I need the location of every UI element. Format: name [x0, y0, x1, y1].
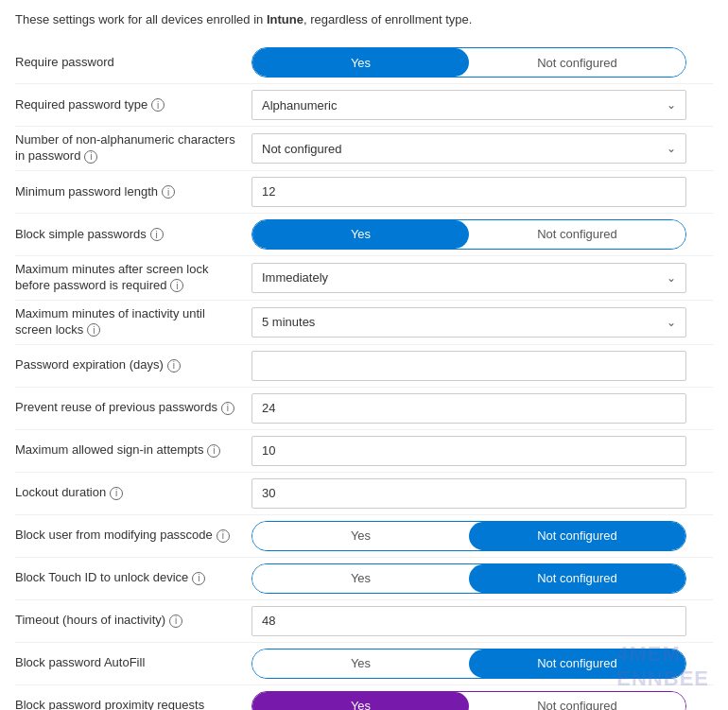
label-prevent-reuse: Prevent reuse of previous passwordsi [15, 400, 251, 416]
chevron-down-icon-max-minutes-after-lock: ⌄ [667, 271, 676, 285]
toggle-option-block-touch-id-1[interactable]: Not configured [469, 564, 685, 593]
toggle-option-block-proximity-1[interactable]: Not configured [469, 692, 685, 710]
row-block-touch-id: Block Touch ID to unlock deviceiYesNot c… [15, 558, 713, 600]
label-password-expiration: Password expiration (days)i [15, 357, 251, 373]
control-block-autofill: YesNot configured [251, 649, 713, 679]
label-min-password-length: Minimum password lengthi [15, 184, 251, 200]
info-icon-block-modify-passcode[interactable]: i [217, 529, 230, 543]
input-password-expiration[interactable] [251, 351, 686, 381]
info-icon-lockout-duration[interactable]: i [110, 487, 123, 500]
label-block-simple-passwords: Block simple passwordsi [15, 227, 251, 243]
row-timeout-inactivity: Timeout (hours of inactivity)i [15, 600, 713, 643]
dropdown-required-password-type[interactable]: Alphanumeric⌄ [251, 90, 686, 120]
settings-container: These settings work for all devices enro… [0, 0, 728, 710]
toggle-option-block-autofill-0[interactable]: Yes [252, 649, 469, 678]
info-icon-non-alphanumeric-chars[interactable]: i [84, 150, 97, 164]
row-non-alphanumeric-chars: Number of non-alphanumeric characters in… [15, 127, 713, 171]
row-block-modify-passcode: Block user from modifying passcodeiYesNo… [15, 515, 713, 558]
dropdown-non-alphanumeric-chars[interactable]: Not configured⌄ [251, 133, 686, 164]
control-max-sign-in-attempts [251, 436, 713, 466]
label-block-touch-id: Block Touch ID to unlock devicei [15, 570, 251, 586]
chevron-down-icon-non-alphanumeric-chars: ⌄ [667, 142, 676, 155]
dropdown-max-minutes-after-lock[interactable]: Immediately⌄ [251, 263, 686, 293]
control-max-minutes-inactivity: 5 minutes⌄ [251, 307, 713, 338]
header-note: These settings work for all devices enro… [15, 11, 713, 28]
toggle-option-block-autofill-1[interactable]: Not configured [469, 649, 685, 678]
dropdown-max-minutes-inactivity[interactable]: 5 minutes⌄ [251, 307, 686, 338]
toggle-option-block-simple-passwords-0[interactable]: Yes [252, 220, 469, 249]
info-icon-block-simple-passwords[interactable]: i [150, 228, 164, 241]
toggle-option-require-password-1[interactable]: Not configured [469, 48, 685, 77]
row-password-expiration: Password expiration (days)i [15, 345, 713, 388]
input-prevent-reuse[interactable] [251, 393, 686, 424]
row-max-minutes-after-lock: Maximum minutes after screen lock before… [15, 256, 713, 301]
label-max-sign-in-attempts: Maximum allowed sign-in attemptsi [15, 442, 251, 459]
toggle-block-modify-passcode[interactable]: YesNot configured [251, 521, 686, 551]
toggle-block-simple-passwords[interactable]: YesNot configured [251, 219, 686, 250]
control-required-password-type: Alphanumeric⌄ [251, 90, 713, 120]
input-timeout-inactivity[interactable] [251, 606, 686, 636]
control-block-proximity: YesNot configured [251, 691, 713, 710]
dropdown-value-max-minutes-inactivity: 5 minutes [262, 315, 315, 329]
row-lockout-duration: Lockout durationi [15, 473, 713, 515]
label-require-password: Require password [15, 55, 251, 71]
row-block-simple-passwords: Block simple passwordsiYesNot configured [15, 214, 713, 256]
control-block-simple-passwords: YesNot configured [251, 219, 713, 250]
row-block-proximity: Block password proximity requestsYesNot … [15, 685, 713, 710]
info-icon-password-expiration[interactable]: i [167, 359, 181, 372]
label-max-minutes-after-lock: Maximum minutes after screen lock before… [15, 262, 251, 294]
dropdown-value-required-password-type: Alphanumeric [262, 98, 338, 113]
row-require-password: Require passwordYesNot configured [15, 42, 713, 84]
label-non-alphanumeric-chars: Number of non-alphanumeric characters in… [15, 132, 251, 165]
control-password-expiration [251, 351, 713, 381]
toggle-option-require-password-0[interactable]: Yes [252, 48, 469, 77]
control-lockout-duration [251, 478, 713, 509]
chevron-down-icon-required-password-type: ⌄ [667, 98, 676, 112]
dropdown-value-non-alphanumeric-chars: Not configured [262, 142, 342, 156]
row-block-autofill: Block password AutoFillYesNot configured [15, 643, 713, 685]
info-icon-min-password-length[interactable]: i [162, 185, 175, 199]
row-max-minutes-inactivity: Maximum minutes of inactivity until scre… [15, 301, 713, 345]
label-block-autofill: Block password AutoFill [15, 655, 251, 671]
row-required-password-type: Required password typeiAlphanumeric⌄ [15, 84, 713, 127]
label-lockout-duration: Lockout durationi [15, 485, 251, 501]
control-block-modify-passcode: YesNot configured [251, 521, 713, 551]
label-block-proximity: Block password proximity requests [15, 698, 251, 710]
toggle-block-autofill[interactable]: YesNot configured [251, 649, 686, 679]
input-min-password-length[interactable] [251, 177, 686, 207]
label-timeout-inactivity: Timeout (hours of inactivity)i [15, 613, 251, 629]
toggle-option-block-touch-id-0[interactable]: Yes [252, 564, 469, 593]
toggle-require-password[interactable]: YesNot configured [251, 47, 686, 78]
chevron-down-icon-max-minutes-inactivity: ⌄ [667, 316, 676, 329]
control-timeout-inactivity [251, 606, 713, 636]
info-icon-max-minutes-inactivity[interactable]: i [87, 323, 100, 337]
control-min-password-length [251, 177, 713, 207]
row-prevent-reuse: Prevent reuse of previous passwordsi [15, 388, 713, 430]
input-max-sign-in-attempts[interactable] [251, 436, 686, 466]
control-prevent-reuse [251, 393, 713, 424]
toggle-option-block-modify-passcode-1[interactable]: Not configured [469, 522, 685, 550]
info-icon-max-minutes-after-lock[interactable]: i [170, 279, 183, 292]
input-lockout-duration[interactable] [251, 478, 686, 509]
label-required-password-type: Required password typei [15, 97, 251, 113]
label-block-modify-passcode: Block user from modifying passcodei [15, 528, 251, 544]
dropdown-value-max-minutes-after-lock: Immediately [262, 270, 328, 285]
toggle-block-proximity[interactable]: YesNot configured [251, 691, 686, 710]
control-max-minutes-after-lock: Immediately⌄ [251, 263, 713, 293]
row-max-sign-in-attempts: Maximum allowed sign-in attemptsi [15, 430, 713, 473]
toggle-option-block-proximity-0[interactable]: Yes [252, 692, 469, 710]
info-icon-block-touch-id[interactable]: i [192, 572, 205, 585]
control-block-touch-id: YesNot configured [251, 563, 713, 594]
control-require-password: YesNot configured [251, 47, 713, 78]
info-icon-max-sign-in-attempts[interactable]: i [207, 444, 220, 458]
info-icon-timeout-inactivity[interactable]: i [169, 615, 182, 628]
toggle-block-touch-id[interactable]: YesNot configured [251, 563, 686, 594]
label-max-minutes-inactivity: Maximum minutes of inactivity until scre… [15, 306, 251, 338]
toggle-option-block-modify-passcode-0[interactable]: Yes [252, 522, 469, 550]
info-icon-required-password-type[interactable]: i [151, 98, 165, 112]
row-min-password-length: Minimum password lengthi [15, 171, 713, 214]
info-icon-prevent-reuse[interactable]: i [221, 402, 234, 415]
toggle-option-block-simple-passwords-1[interactable]: Not configured [469, 220, 685, 249]
control-non-alphanumeric-chars: Not configured⌄ [251, 133, 713, 164]
